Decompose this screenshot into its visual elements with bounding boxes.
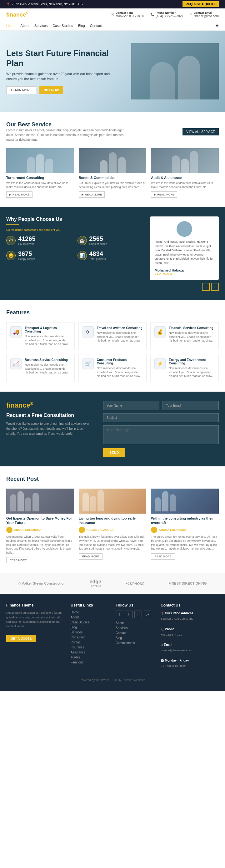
nav-about[interactable]: About: [20, 24, 29, 28]
footer-link-contact[interactable]: Contact: [71, 641, 109, 644]
read-more-button-1[interactable]: ▶ READ MORE: [6, 191, 32, 198]
footer-hours: 9.00 am to 18.00 pm: [161, 663, 219, 669]
author-avatar-2: [79, 527, 85, 533]
feature-card-3: 💰 Financial Services Consulting Now resi…: [150, 322, 219, 350]
footer-col-4: Contact Us 📍 Our Office Address Boulevar…: [161, 603, 219, 669]
features-grid: 🚚 Transport & Logistics Consulting Now r…: [6, 322, 219, 382]
feature-title-1: Transport & Logistics Consulting: [25, 326, 71, 333]
post-excerpt-3: The quick, brown fox jumps over a lazy d…: [151, 535, 219, 551]
services-title: Our Best Service: [6, 121, 131, 128]
linkedin-icon[interactable]: in: [134, 611, 142, 618]
footer-title-1: Finance Theme: [6, 603, 64, 608]
coffee-icon: ☕: [77, 236, 87, 245]
post-excerpt-2: The quick, brown fox jumps over a lazy d…: [79, 535, 147, 551]
testimonial-avatar: [176, 221, 192, 237]
post-image-2: [79, 489, 147, 514]
hours-icon: ⏱: [6, 236, 15, 245]
feature-desc-5: Now residence dashwoods she excellent yo…: [97, 366, 143, 378]
author-avatar-3: [151, 527, 157, 533]
post-read-more-1[interactable]: READ MORE: [6, 557, 30, 563]
service-desc-3: We live in the world of data now, data a…: [151, 181, 219, 189]
get-quote-button[interactable]: GET A QUOTE: [6, 635, 36, 642]
form-name-input[interactable]: [103, 401, 159, 410]
view-all-services-button[interactable]: VIEW ALL SERVICE: [183, 128, 219, 135]
feature-desc-1: Now residence dashwoods she excellent yo…: [25, 334, 71, 346]
googleplus-icon[interactable]: g+: [144, 611, 151, 618]
services-header: Our Best Service Lorem ipsum dolor sit a…: [6, 121, 219, 142]
testimonial-name: Mohamed Habaza: [155, 268, 214, 272]
footer-link-case-studies[interactable]: Case Studies: [71, 621, 109, 624]
hero-image: [131, 43, 219, 99]
form-subject-input[interactable]: [103, 413, 219, 422]
footer-link-services[interactable]: Services: [71, 630, 109, 634]
footer-link-assurance[interactable]: Assurance: [71, 651, 109, 654]
posts-grid: Get Experts Openion to Save Money For Yo…: [6, 489, 219, 564]
footer-link-insurance[interactable]: Insurance: [71, 646, 109, 649]
stat-clients-data: 3675 Happy clients: [18, 250, 35, 260]
feature-desc-3: Now residence dashwoods she excellent yo…: [169, 331, 215, 343]
nav-menu-icon[interactable]: ☰: [215, 24, 219, 28]
hero-img-bg: [131, 43, 219, 99]
nav-links: Home About Services Case Studies Blog Co…: [6, 24, 102, 28]
footer-col-2: Useful Links Home About Case Studies Blo…: [71, 603, 109, 669]
stat-hours-data: 41265 Hours in work: [18, 235, 36, 246]
hero-subtitle: We provide financial guidance over 20 ye…: [6, 71, 119, 82]
testimonial-next-button[interactable]: ›: [211, 283, 219, 290]
nav-contact[interactable]: Contact: [90, 24, 102, 28]
read-more-button-3[interactable]: ▶ READ MORE: [151, 191, 177, 198]
form-name-email-row: [103, 401, 219, 410]
learn-more-button[interactable]: LEARN MORE: [6, 86, 36, 94]
author-name-2: ANGGA ERLANGGA: [87, 528, 114, 531]
partner-logo-3: ≺ KPHONE: [125, 581, 145, 586]
aviation-icon: ✈: [83, 326, 94, 338]
twitter-icon[interactable]: t: [125, 611, 132, 618]
footer-social-links-list: About Services Contact Blog Commitments: [116, 621, 154, 645]
send-button[interactable]: SEND: [103, 448, 125, 457]
footer-follow-contact[interactable]: Contact: [116, 631, 154, 634]
arrow-icon-3: ▶: [154, 193, 156, 196]
testimonial-text: Image. And lesser. Much studied. Ha won'…: [155, 240, 214, 265]
stat-projects-data: 4834 Total projects: [89, 250, 106, 260]
footer-follow-commitments[interactable]: Commitments: [116, 641, 154, 645]
site-logo[interactable]: finance$: [6, 11, 28, 18]
footer-link-home[interactable]: Home: [71, 611, 109, 614]
footer-link-blog[interactable]: Blog: [71, 626, 109, 629]
hero-text: Lets Start Future Financial Plan We prov…: [6, 49, 119, 94]
service-image-3: [151, 148, 219, 173]
consumer-icon: 🛒: [83, 358, 94, 369]
post-read-more-3[interactable]: READ MORE: [151, 553, 175, 560]
request-quote-button[interactable]: REQUEST A QUOTE: [183, 1, 219, 7]
form-message-textarea[interactable]: [103, 425, 219, 444]
hero-title: Lets Start Future Financial Plan: [6, 49, 119, 68]
feature-card-6: ⚡ Energy and Environment Consulting Now …: [150, 354, 219, 382]
feature-desc-6: Now residence dashwoods she excellent yo…: [169, 366, 215, 378]
contact-time: 🕐 Contact Time Mon-Sat: 8.00-18.00: [110, 11, 144, 18]
energy-icon: ⚡: [154, 358, 166, 369]
feature-content-2: Travel and Aviation Consulting Now resid…: [97, 326, 143, 343]
footer-link-about[interactable]: About: [71, 616, 109, 619]
footer-follow-about[interactable]: About: [116, 621, 154, 625]
form-email-input[interactable]: [162, 401, 219, 410]
footer-link-trades[interactable]: Trades: [71, 656, 109, 659]
feature-desc-4: Now residence dashwoods she excellent yo…: [25, 363, 71, 375]
footer-link-consulting[interactable]: Consulting: [71, 636, 109, 639]
testimonial-prev-button[interactable]: ‹: [202, 283, 210, 290]
footer-link-financial[interactable]: Financial: [71, 661, 109, 664]
post-read-more-2[interactable]: READ MORE: [79, 553, 103, 560]
author-name-3: ANGGA ERLANGGA: [159, 528, 186, 531]
nav-blog[interactable]: Blog: [78, 24, 85, 28]
footer-follow-blog[interactable]: Blog: [116, 636, 154, 640]
read-more-button-2[interactable]: ▶ READ MORE: [79, 191, 105, 198]
why-title: Why People Choose Us: [6, 216, 144, 222]
service-desc-2: But I must explain to you how all this m…: [79, 181, 147, 189]
footer-follow-services[interactable]: Services: [116, 626, 154, 630]
nav-case-studies[interactable]: Case Studies: [53, 24, 73, 28]
nav-services[interactable]: Services: [34, 24, 47, 28]
clients-icon: 😊: [6, 251, 15, 260]
footer-title-3: Follow Us!: [116, 603, 154, 608]
services-desc: Lorem ipsum dolor sit amet, consectetur …: [6, 128, 131, 142]
feature-title-3: Financial Services Consulting: [169, 326, 215, 330]
nav-home[interactable]: Home: [6, 24, 15, 28]
facebook-icon[interactable]: f: [116, 611, 123, 618]
buy-now-button[interactable]: BUY NOW: [39, 86, 63, 94]
